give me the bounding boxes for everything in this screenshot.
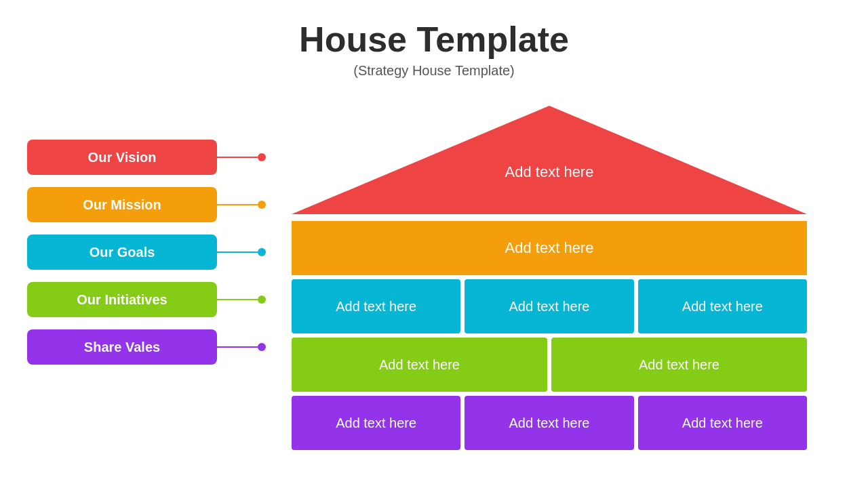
goals-label-box[interactable]: Our Goals [27,235,217,270]
values-row: Add text here Add text here Add text her… [292,396,807,450]
values-connector-line [217,346,258,348]
vision-connector-line [217,157,258,158]
mission-connector-line [217,204,258,205]
mission-label-box[interactable]: Our Mission [27,187,217,222]
initiatives-cell-1-text: Add text here [379,357,460,373]
house-roof: Add text here [292,99,807,221]
values-cell-1-text: Add text here [336,415,416,431]
goals-cell-2-text: Add text here [509,299,590,314]
page: House Template (Strategy House Template)… [0,0,868,488]
roof-svg [292,99,807,221]
goals-row: Add text here Add text here Add text her… [292,279,807,333]
house-body: Add text here Add text here Add text her… [292,221,807,450]
label-row-vision: Our Vision [27,140,258,175]
values-cell-3[interactable]: Add text here [638,396,807,450]
initiatives-label-text: Our Initiatives [77,292,167,308]
goals-connector-line [217,251,258,253]
values-label-text: Share Vales [84,340,160,355]
page-title: House Template [299,20,569,59]
initiatives-label-box[interactable]: Our Initiatives [27,282,217,317]
labels-panel: Our Vision Our Mission Our Goals [27,99,258,365]
label-row-mission: Our Mission [27,187,258,222]
values-label-box[interactable]: Share Vales [27,329,217,365]
mission-row[interactable]: Add text here [292,221,807,275]
initiatives-cell-2[interactable]: Add text here [551,338,807,392]
values-cell-2-text: Add text here [509,415,590,431]
initiatives-cell-2-text: Add text here [639,357,719,373]
goals-cell-3[interactable]: Add text here [638,279,807,333]
initiatives-cell-1[interactable]: Add text here [292,338,547,392]
goals-label-text: Our Goals [90,245,155,260]
vision-label-box[interactable]: Our Vision [27,140,217,175]
mission-row-text: Add text here [505,239,594,257]
vision-label-text: Our Vision [88,150,157,165]
label-row-initiatives: Our Initiatives [27,282,258,317]
goals-cell-2[interactable]: Add text here [465,279,633,333]
goals-cell-1[interactable]: Add text here [292,279,460,333]
label-row-goals: Our Goals [27,235,258,270]
svg-marker-0 [292,106,807,214]
mission-label-text: Our Mission [83,197,161,213]
goals-cell-3-text: Add text here [682,299,763,314]
header: House Template (Strategy House Template) [299,0,569,79]
initiatives-row: Add text here Add text here [292,338,807,392]
house-diagram: Add text here Add text here Add text her… [258,99,841,450]
values-cell-2[interactable]: Add text here [465,396,633,450]
values-cell-3-text: Add text here [682,415,763,431]
values-cell-1[interactable]: Add text here [292,396,460,450]
goals-cell-1-text: Add text here [336,299,416,314]
content-area: Our Vision Our Mission Our Goals [0,99,868,450]
page-subtitle: (Strategy House Template) [299,63,569,79]
initiatives-connector-line [217,299,258,300]
label-row-values: Share Vales [27,329,258,365]
